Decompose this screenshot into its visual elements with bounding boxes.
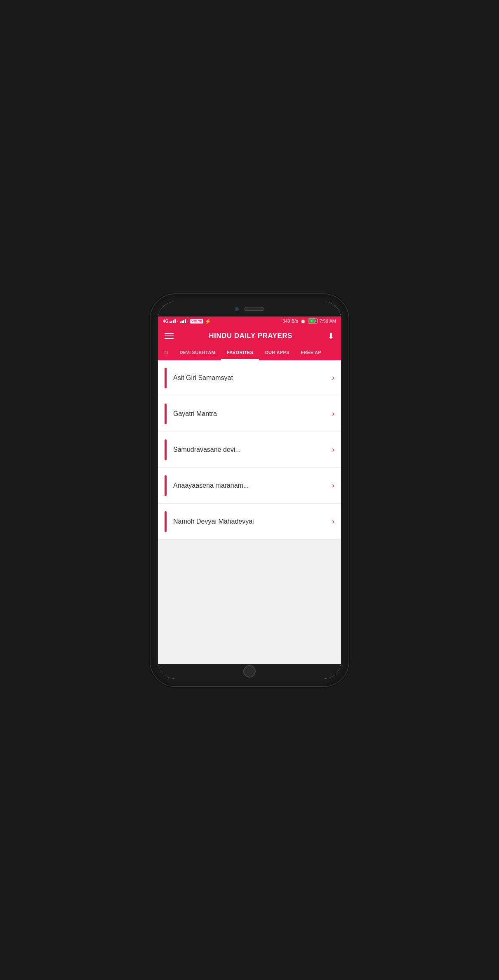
chevron-right-icon: ›: [332, 373, 334, 382]
chevron-right-icon: ›: [332, 409, 334, 418]
hamburger-line-3: [165, 338, 174, 339]
usb-icon: ⚡: [205, 318, 211, 324]
prayer-name: Gayatri Mantra: [173, 410, 329, 418]
tab-free-ap[interactable]: FREE AP: [295, 346, 327, 360]
accent-bar: [165, 404, 167, 424]
phone-screen: 4G ₁ ₂ VOLTE ⚡ 349 B/s: [158, 302, 341, 679]
accent-bar: [165, 439, 167, 460]
front-camera: [235, 307, 239, 311]
hamburger-menu-button[interactable]: [165, 333, 174, 339]
tab-bar: TI DEVI SUKHTAM FAVORITES OUR APPS FREE …: [158, 346, 341, 360]
list-item[interactable]: Gayatri Mantra ›: [158, 396, 341, 432]
app-title: HINDU DAILY PRAYERS: [209, 332, 292, 340]
prayer-name: Namoh Devyai Mahadevyai: [173, 518, 329, 525]
home-button[interactable]: [243, 665, 256, 678]
signal-strength-1: [169, 319, 176, 323]
status-bar: 4G ₁ ₂ VOLTE ⚡ 349 B/s: [158, 316, 341, 326]
phone-frame: 4G ₁ ₂ VOLTE ⚡ 349 B/s: [151, 294, 348, 686]
accent-bar: [165, 511, 167, 532]
sim2-indicator: ₂: [187, 319, 189, 323]
battery-tip: [315, 320, 316, 322]
hamburger-line-1: [165, 333, 174, 334]
tab-our-apps[interactable]: OUR APPS: [259, 346, 295, 360]
list-item[interactable]: Asit Giri Samamsyat ›: [158, 360, 341, 396]
accent-bar: [165, 368, 167, 388]
earpiece-speaker: [244, 307, 264, 311]
tab-ti[interactable]: TI: [158, 346, 174, 360]
sim1-indicator: ₁: [177, 319, 179, 323]
chevron-right-icon: ›: [332, 445, 334, 454]
chevron-right-icon: ›: [332, 517, 334, 526]
download-button[interactable]: ⬇: [327, 331, 334, 341]
prayer-name: Anaayaasena maranam...: [173, 482, 329, 489]
battery-icon: ⚡: [308, 319, 318, 324]
time-display: 7:59 AM: [320, 319, 336, 324]
signal-strength-2: [180, 319, 186, 323]
volte-badge: VOLTE: [190, 319, 203, 324]
chevron-right-icon: ›: [332, 481, 334, 490]
prayer-list: Asit Giri Samamsyat › Gayatri Mantra › S…: [158, 360, 341, 540]
content-area: Asit Giri Samamsyat › Gayatri Mantra › S…: [158, 360, 341, 664]
tab-favorites[interactable]: FAVORITES: [221, 346, 259, 360]
alarm-icon: ⏰: [300, 319, 306, 324]
bottom-bezel: [158, 664, 341, 679]
accent-bar: [165, 475, 167, 496]
list-item[interactable]: Anaayaasena maranam... ›: [158, 468, 341, 504]
app-toolbar: HINDU DAILY PRAYERS ⬇: [158, 326, 341, 346]
prayer-name: Asit Giri Samamsyat: [173, 374, 329, 382]
network-type: 4G: [163, 319, 168, 324]
status-left: 4G ₁ ₂ VOLTE ⚡: [163, 318, 211, 324]
hamburger-line-2: [165, 335, 174, 336]
tab-devi-sukhtam[interactable]: DEVI SUKHTAM: [174, 346, 221, 360]
list-item[interactable]: Namoh Devyai Mahadevyai ›: [158, 504, 341, 540]
prayer-name: Samudravasane devi...: [173, 446, 329, 453]
top-bezel: [158, 302, 341, 316]
battery-level: ⚡: [309, 319, 315, 323]
data-speed: 349 B/s: [282, 319, 298, 324]
list-item[interactable]: Samudravasane devi... ›: [158, 432, 341, 468]
status-right: 349 B/s ⏰ ⚡ 7:59 AM: [282, 319, 336, 324]
